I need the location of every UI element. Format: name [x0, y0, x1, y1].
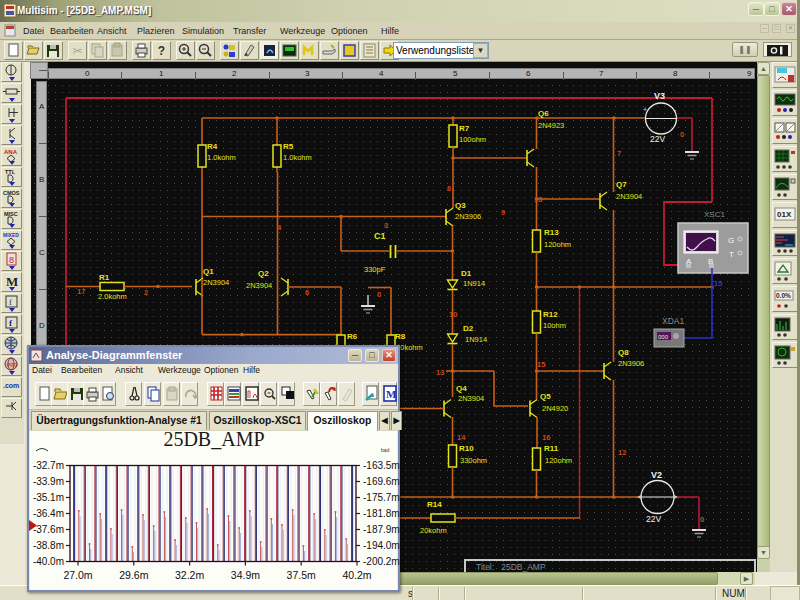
- svg-text:M: M: [6, 274, 18, 288]
- svg-text:2N4923: 2N4923: [538, 121, 564, 130]
- svg-text:XDA1: XDA1: [662, 316, 684, 326]
- svg-text:D2: D2: [463, 324, 474, 333]
- svg-text:7: 7: [617, 149, 621, 158]
- svg-text:12: 12: [618, 448, 626, 457]
- svg-text:G: G: [728, 236, 734, 245]
- svg-text:2N3906: 2N3906: [455, 212, 481, 221]
- svg-text:1N914: 1N914: [465, 335, 487, 344]
- svg-text:f: f: [9, 298, 12, 307]
- svg-text:25DB_AMP: 25DB_AMP: [163, 429, 264, 450]
- svg-text:-32.7m: -32.7m: [33, 460, 64, 471]
- svg-text:22V: 22V: [646, 514, 661, 524]
- svg-text:TTL: TTL: [5, 169, 16, 175]
- svg-text:-163.5m: -163.5m: [363, 460, 400, 471]
- svg-text:R10: R10: [459, 444, 474, 453]
- svg-text:20kohm: 20kohm: [420, 526, 447, 535]
- svg-text:2N3904: 2N3904: [203, 278, 229, 287]
- svg-text:17: 17: [77, 287, 85, 296]
- svg-text:1.0kohm: 1.0kohm: [207, 153, 236, 162]
- svg-text:M: M: [386, 388, 397, 400]
- svg-text:ANA: ANA: [4, 149, 18, 155]
- svg-text:R6: R6: [347, 332, 358, 341]
- svg-text:R14: R14: [427, 500, 442, 509]
- svg-text:Q1: Q1: [203, 267, 214, 276]
- svg-text:.com: .com: [3, 382, 19, 389]
- svg-text:-37.6m: -37.6m: [33, 524, 64, 535]
- svg-text:2.0kohm: 2.0kohm: [98, 292, 127, 301]
- svg-text:100ohm: 100ohm: [459, 135, 486, 144]
- svg-text:27.0m: 27.0m: [63, 569, 92, 581]
- svg-text:R5: R5: [283, 142, 294, 151]
- svg-text:18: 18: [534, 195, 542, 204]
- svg-text:-200.2m: -200.2m: [363, 556, 400, 567]
- svg-text:14: 14: [457, 433, 466, 442]
- svg-text:C1: C1: [374, 231, 386, 241]
- svg-text:MISC: MISC: [4, 211, 18, 217]
- svg-text:Q8: Q8: [618, 348, 629, 357]
- svg-text:2N4920: 2N4920: [542, 404, 568, 413]
- svg-text:R11: R11: [544, 444, 559, 453]
- svg-text:Q7: Q7: [616, 180, 627, 189]
- svg-text:1N914: 1N914: [463, 279, 485, 288]
- svg-text:Q4: Q4: [456, 384, 467, 393]
- svg-text:2N3904: 2N3904: [246, 281, 272, 290]
- svg-text:V2: V2: [651, 470, 662, 480]
- svg-text:+: +: [643, 106, 647, 113]
- svg-text:6: 6: [447, 184, 451, 193]
- svg-text:29.6m: 29.6m: [119, 569, 148, 581]
- svg-text:R13: R13: [544, 228, 559, 237]
- svg-text:40.2m: 40.2m: [342, 569, 371, 581]
- svg-text:Q2: Q2: [258, 269, 269, 278]
- svg-text:Q6: Q6: [538, 109, 549, 118]
- svg-text:32.2m: 32.2m: [175, 569, 204, 581]
- svg-text:MIXED: MIXED: [3, 232, 19, 238]
- svg-text:120ohm: 120ohm: [544, 240, 571, 249]
- svg-text:13: 13: [436, 368, 444, 377]
- svg-text:6: 6: [305, 288, 309, 297]
- svg-text:-38.8m: -38.8m: [33, 540, 64, 551]
- svg-text:Q3: Q3: [455, 201, 466, 210]
- svg-text:01X: 01X: [777, 210, 792, 219]
- svg-text:-33.9m: -33.9m: [33, 476, 64, 487]
- svg-text:2N3904: 2N3904: [458, 394, 484, 403]
- svg-text:8: 8: [9, 255, 14, 265]
- svg-text:T: T: [729, 250, 734, 259]
- svg-text:0: 0: [700, 515, 704, 524]
- svg-text:R4: R4: [207, 142, 218, 151]
- svg-text:-175.7m: -175.7m: [363, 492, 400, 503]
- svg-text:120ohm: 120ohm: [545, 456, 572, 465]
- svg-text:2N3906: 2N3906: [618, 359, 644, 368]
- svg-text:Titel: 25DB_AMP: Titel: 25DB_AMP: [476, 562, 546, 572]
- svg-text:37.5m: 37.5m: [287, 569, 316, 581]
- svg-text:330ohm: 330ohm: [460, 456, 487, 465]
- svg-text:R8: R8: [395, 332, 406, 341]
- svg-text:0: 0: [680, 130, 684, 139]
- svg-text:2N3904: 2N3904: [616, 192, 642, 201]
- svg-text:R12: R12: [543, 310, 558, 319]
- svg-text:CMOS: CMOS: [3, 190, 20, 196]
- svg-text:330pF: 330pF: [364, 265, 386, 274]
- svg-text:XSC1: XSC1: [704, 210, 725, 219]
- svg-text:3: 3: [384, 221, 388, 230]
- svg-text:-35.1m: -35.1m: [33, 492, 64, 503]
- svg-text:15: 15: [714, 279, 722, 288]
- svg-text:V3: V3: [654, 91, 665, 101]
- svg-text:PRO: PRO: [7, 362, 18, 368]
- svg-text:-169.6m: -169.6m: [363, 476, 400, 487]
- svg-text:-187.9m: -187.9m: [363, 524, 400, 535]
- svg-text:000: 000: [658, 334, 669, 340]
- svg-text:-40.0m: -40.0m: [33, 556, 64, 567]
- svg-text:R7: R7: [459, 124, 470, 133]
- svg-text:-194.0m: -194.0m: [363, 540, 400, 551]
- svg-text:9: 9: [501, 208, 505, 217]
- svg-text:0: 0: [377, 290, 381, 299]
- svg-text:4: 4: [277, 223, 282, 232]
- svg-text:34.9m: 34.9m: [231, 569, 260, 581]
- svg-text:R1: R1: [99, 273, 110, 282]
- svg-text:-181.8m: -181.8m: [363, 508, 400, 519]
- svg-text:Q5: Q5: [540, 392, 551, 401]
- svg-text:-36.4m: -36.4m: [33, 508, 64, 519]
- svg-text:10: 10: [449, 310, 457, 319]
- svg-text:1.0kohm: 1.0kohm: [283, 153, 312, 162]
- svg-text:f: f: [9, 318, 13, 328]
